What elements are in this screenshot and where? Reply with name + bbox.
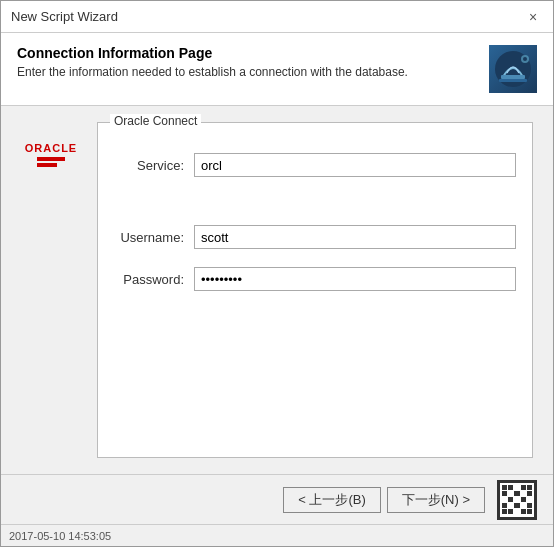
svg-rect-1: [501, 75, 525, 79]
header-title: Connection Information Page: [17, 45, 477, 61]
service-label: Service:: [114, 158, 194, 173]
header-section: Connection Information Page Enter the in…: [1, 33, 553, 106]
group-box-title: Oracle Connect: [110, 114, 201, 128]
main-window: New Script Wizard × Connection Informati…: [0, 0, 554, 547]
title-bar: New Script Wizard ×: [1, 1, 553, 33]
oracle-bars: [37, 157, 65, 167]
username-input[interactable]: [194, 225, 516, 249]
oracle-connect-group: Oracle Connect Service: Username: Passwo…: [97, 122, 533, 458]
spacer: [114, 187, 516, 207]
oracle-logo: ORACLE: [21, 122, 81, 458]
header-text: Connection Information Page Enter the in…: [17, 45, 477, 79]
password-input[interactable]: [194, 267, 516, 291]
close-button[interactable]: ×: [523, 7, 543, 27]
svg-point-4: [523, 57, 527, 61]
header-icon: [489, 45, 537, 93]
status-text: 2017-05-10 14:53:05: [9, 530, 111, 542]
oracle-text: ORACLE: [25, 142, 77, 154]
window-title: New Script Wizard: [11, 9, 118, 24]
password-group: Password:: [114, 267, 516, 291]
status-bar: 2017-05-10 14:53:05: [1, 524, 553, 546]
footer-section: < 上一步(B) 下一步(N) >: [1, 474, 553, 524]
content-area: ORACLE Oracle Connect Service: Username:: [1, 106, 553, 474]
username-group: Username:: [114, 225, 516, 249]
wizard-icon: [493, 49, 533, 89]
qr-code: [497, 480, 537, 520]
back-button[interactable]: < 上一步(B): [283, 487, 381, 513]
svg-rect-2: [499, 79, 527, 82]
oracle-bar-1: [37, 157, 65, 161]
service-input[interactable]: [194, 153, 516, 177]
oracle-bar-2: [37, 163, 57, 167]
header-subtitle: Enter the information needed to establis…: [17, 65, 477, 79]
username-label: Username:: [114, 230, 194, 245]
service-group: Service:: [114, 153, 516, 177]
password-label: Password:: [114, 272, 194, 287]
next-button[interactable]: 下一步(N) >: [387, 487, 485, 513]
